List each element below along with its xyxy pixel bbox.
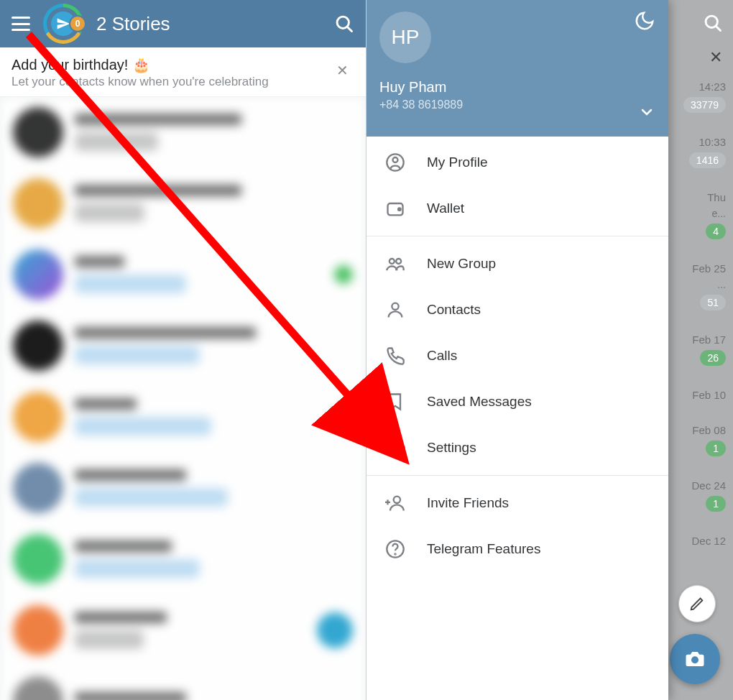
svg-point-6: [393, 157, 398, 162]
camera-fab[interactable]: [670, 634, 720, 684]
gear-icon: [385, 438, 405, 458]
left-header: 0 2 Stories: [0, 0, 366, 47]
background-chat-meta: 14:2333779: [668, 76, 733, 117]
close-icon[interactable]: ✕: [704, 46, 727, 69]
drawer-item-calls[interactable]: Calls: [366, 333, 668, 379]
chat-row[interactable]: [0, 524, 366, 595]
drawer-item-label: Telegram Features: [427, 541, 540, 557]
chat-list-blurred: [0, 97, 366, 700]
background-chat-meta: Feb 10: [668, 384, 733, 405]
background-chat-meta: Thue...4: [668, 187, 733, 244]
chat-row[interactable]: [0, 382, 366, 453]
banner-title: Add your birthday! 🎂: [11, 56, 323, 73]
background-chat-meta: 10:331416: [668, 132, 733, 172]
drawer-username: Huy Pham: [379, 79, 655, 96]
drawer-item-invite[interactable]: Invite Friends: [366, 480, 668, 526]
navigation-drawer: HP Huy Pham +84 38 8619889 My Profile Wa…: [366, 0, 668, 700]
drawer-phone: +84 38 8619889: [379, 98, 655, 111]
birthday-banner[interactable]: Add your birthday! 🎂 Let your contacts k…: [0, 47, 366, 97]
avatar[interactable]: HP: [379, 11, 431, 63]
drawer-item-label: Settings: [427, 440, 476, 456]
hamburger-menu-button[interactable]: [11, 17, 30, 31]
chat-row[interactable]: [0, 310, 366, 382]
chat-row[interactable]: [0, 239, 366, 310]
chat-row[interactable]: [0, 666, 366, 700]
close-icon[interactable]: ✕: [331, 56, 354, 85]
background-chat-meta: Feb 1726: [668, 329, 733, 370]
drawer-item-label: Invite Friends: [427, 495, 509, 511]
chat-list-screen: 0 2 Stories Add your birthday! 🎂 Let you…: [0, 0, 366, 700]
background-chat-meta: Feb 25...51: [668, 258, 733, 315]
stories-count-badge: 0: [69, 15, 86, 32]
chat-row[interactable]: [0, 595, 366, 666]
chat-row[interactable]: [0, 97, 366, 168]
svg-point-4: [691, 656, 699, 663]
svg-point-17: [395, 553, 395, 554]
invite-icon: [385, 493, 405, 513]
drawer-item-label: New Group: [427, 256, 496, 272]
chat-row[interactable]: [0, 168, 366, 239]
svg-point-10: [396, 259, 401, 264]
svg-point-13: [394, 497, 400, 503]
stories-ring[interactable]: 0: [43, 4, 83, 44]
drawer-item-saved[interactable]: Saved Messages: [366, 379, 668, 425]
drawer-item-profile[interactable]: My Profile: [366, 139, 668, 185]
drawer-screen: ✕ 14:233377910:331416Thue...4Feb 25...51…: [366, 0, 733, 700]
cake-icon: 🎂: [132, 56, 150, 73]
drawer-header: HP Huy Pham +84 38 8619889: [366, 0, 668, 137]
banner-subtitle: Let your contacts know when you're celeb…: [11, 75, 323, 89]
svg-line-3: [716, 27, 721, 31]
search-icon[interactable]: [334, 14, 354, 34]
drawer-list: My Profile Wallet New Group Contacts: [366, 137, 668, 700]
drawer-item-contacts[interactable]: Contacts: [366, 287, 668, 333]
drawer-item-new-group[interactable]: New Group: [366, 241, 668, 287]
help-icon: [385, 539, 405, 559]
drawer-item-label: Saved Messages: [427, 394, 532, 410]
drawer-item-label: Contacts: [427, 302, 481, 318]
chat-row[interactable]: [0, 453, 366, 524]
group-icon: [385, 254, 405, 274]
drawer-item-features[interactable]: Telegram Features: [366, 526, 668, 572]
phone-icon: [385, 346, 405, 366]
drawer-item-label: My Profile: [427, 155, 487, 170]
camera-icon: [684, 648, 706, 670]
svg-point-8: [398, 208, 401, 211]
contacts-icon: [385, 300, 405, 320]
svg-point-9: [389, 259, 395, 264]
bookmark-icon: [385, 392, 405, 412]
background-chat-meta: Feb 081: [668, 420, 733, 461]
chevron-down-icon[interactable]: [638, 103, 655, 121]
profile-icon: [385, 152, 405, 172]
wallet-icon: [385, 198, 405, 218]
edit-fab[interactable]: [678, 585, 716, 622]
drawer-item-settings[interactable]: Settings: [366, 425, 668, 471]
drawer-item-wallet[interactable]: Wallet: [366, 185, 668, 231]
drawer-item-label: Wallet: [427, 201, 464, 216]
night-mode-icon[interactable]: [634, 10, 655, 32]
svg-point-12: [393, 446, 398, 451]
svg-line-1: [348, 27, 352, 32]
background-chat-meta: Dec 12: [668, 530, 733, 551]
svg-point-11: [392, 303, 398, 310]
background-chat-meta: Dec 241: [668, 475, 733, 516]
stories-title: 2 Stories: [96, 13, 321, 35]
search-icon[interactable]: [703, 13, 723, 33]
drawer-item-label: Calls: [427, 348, 457, 364]
